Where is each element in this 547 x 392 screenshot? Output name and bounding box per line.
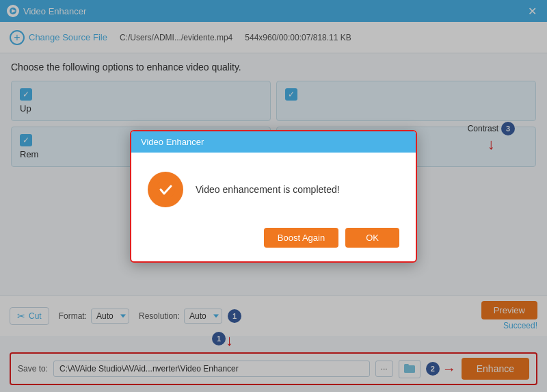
modal-dialog: Video Enhancer Video enhancement is comp… <box>130 130 417 263</box>
modal-overlay: Video Enhancer Video enhancement is comp… <box>0 0 547 392</box>
svg-point-4 <box>156 180 175 199</box>
modal-footer: Boost Again OK <box>131 221 416 261</box>
app-window: Video Enhancer ✕ + Change Source File C:… <box>0 0 547 392</box>
ok-button[interactable]: OK <box>345 228 399 248</box>
modal-message: Video enhancement is completed! <box>196 184 340 195</box>
boost-again-button[interactable]: Boost Again <box>264 228 338 248</box>
modal-body: Video enhancement is completed! <box>131 153 416 221</box>
modal-title: Video Enhancer <box>131 131 416 153</box>
modal-success-icon <box>148 172 183 207</box>
